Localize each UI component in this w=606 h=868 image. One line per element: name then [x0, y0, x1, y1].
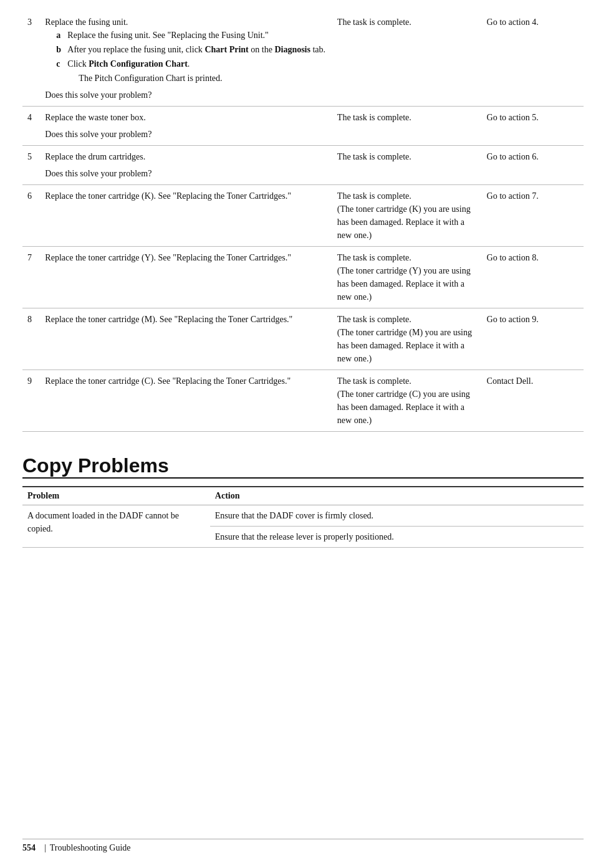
row-next-action: Go to action 4.: [482, 11, 584, 107]
table-row: 5Replace the drum cartridges.Does this s…: [22, 146, 584, 185]
row-description: Replace the toner cartridge (Y). See "Re…: [40, 247, 332, 308]
row-description: Replace the fusing unit.aReplace the fus…: [40, 11, 332, 107]
does-this-text: Does this solve your problem?: [45, 88, 327, 102]
table-row: 3Replace the fusing unit.aReplace the fu…: [22, 11, 584, 107]
row-result: The task is complete.: [332, 11, 482, 107]
row-description: Replace the toner cartridge (M). See "Re…: [40, 308, 332, 370]
row-result: The task is complete. (The toner cartrid…: [332, 247, 482, 308]
row-description: Replace the drum cartridges.Does this so…: [40, 146, 332, 185]
main-desc-text: Replace the waste toner box.: [45, 111, 327, 124]
bold-term: Pitch Configuration Chart: [89, 59, 188, 69]
main-desc-text: Replace the toner cartridge (Y). See "Re…: [45, 251, 327, 264]
bold-term: Diagnosis: [274, 45, 310, 54]
sub-steps-container: aReplace the fusing unit. See "Replacing…: [45, 29, 327, 85]
copy-problems-section: Copy Problems Problem Action A document …: [22, 454, 584, 548]
step-letter: c: [56, 57, 66, 70]
main-table: 3Replace the fusing unit.aReplace the fu…: [22, 11, 584, 432]
row-result: The task is complete. (The toner cartrid…: [332, 185, 482, 247]
row-result: The task is complete. (The toner cartrid…: [332, 370, 482, 432]
table-row: 8Replace the toner cartridge (M). See "R…: [22, 308, 584, 370]
row-number: 8: [22, 308, 40, 370]
row-result: The task is complete.: [332, 107, 482, 146]
sub-step-content: Click Pitch Configuration Chart.: [67, 57, 327, 70]
row-number: 5: [22, 146, 40, 185]
row-next-action: Contact Dell.: [482, 370, 584, 432]
row-next-action: Go to action 9.: [482, 308, 584, 370]
footer-separator: |: [44, 843, 46, 853]
row-result: The task is complete. (The toner cartrid…: [332, 308, 482, 370]
sub-step: The Pitch Configuration Chart is printed…: [56, 72, 327, 85]
footer-guide-title: Troubleshooting Guide: [50, 843, 131, 853]
does-this-text: Does this solve your problem?: [45, 167, 327, 180]
row-next-action: Go to action 7.: [482, 185, 584, 247]
row-next-action: Go to action 8.: [482, 247, 584, 308]
row-description: Replace the toner cartridge (K). See "Re…: [40, 185, 332, 247]
sub-step-content: After you replace the fusing unit, click…: [67, 43, 327, 56]
table-row: 6Replace the toner cartridge (K). See "R…: [22, 185, 584, 247]
cp-action-text: Ensure that the release lever is properl…: [210, 527, 584, 548]
copy-problems-title: Copy Problems: [22, 454, 584, 479]
footer-page-number: 554: [22, 843, 36, 853]
row-next-action: Go to action 6.: [482, 146, 584, 185]
row-description: Replace the waste toner box.Does this so…: [40, 107, 332, 146]
row-number: 7: [22, 247, 40, 308]
main-desc-text: Replace the drum cartridges.: [45, 150, 327, 163]
table-row: 7Replace the toner cartridge (Y). See "R…: [22, 247, 584, 308]
row-number: 4: [22, 107, 40, 146]
sub-step-content: Replace the fusing unit. See "Replacing …: [67, 29, 327, 42]
sub-step: aReplace the fusing unit. See "Replacing…: [56, 29, 327, 42]
page: 3Replace the fusing unit.aReplace the fu…: [0, 0, 606, 868]
main-desc-text: Replace the fusing unit.: [45, 16, 327, 29]
row-next-action: Go to action 5.: [482, 107, 584, 146]
sub-step-content: The Pitch Configuration Chart is printed…: [79, 72, 327, 85]
row-description: Replace the toner cartridge (C). See "Re…: [40, 370, 332, 432]
row-number: 6: [22, 185, 40, 247]
main-desc-text: Replace the toner cartridge (C). See "Re…: [45, 374, 327, 388]
row-result: The task is complete.: [332, 146, 482, 185]
cp-table-row: A document loaded in the DADF cannot be …: [22, 505, 584, 527]
table-row: 9Replace the toner cartridge (C). See "R…: [22, 370, 584, 432]
step-letter: a: [56, 29, 66, 42]
cp-header-action: Action: [210, 487, 584, 505]
step-letter: b: [56, 43, 66, 56]
table-row: 4Replace the waste toner box.Does this s…: [22, 107, 584, 146]
sub-step: bAfter you replace the fusing unit, clic…: [56, 43, 327, 56]
copy-problems-table: Problem Action A document loaded in the …: [22, 486, 584, 548]
main-desc-text: Replace the toner cartridge (K). See "Re…: [45, 189, 327, 203]
main-desc-text: Replace the toner cartridge (M). See "Re…: [45, 313, 327, 326]
row-number: 3: [22, 11, 40, 107]
cp-action-text: Ensure that the DADF cover is firmly clo…: [210, 505, 584, 527]
sub-step: cClick Pitch Configuration Chart.: [56, 57, 327, 70]
cp-problem-text: A document loaded in the DADF cannot be …: [22, 505, 210, 548]
cp-header-problem: Problem: [22, 487, 210, 505]
does-this-text: Does this solve your problem?: [45, 128, 327, 141]
footer: 554 | Troubleshooting Guide: [22, 839, 584, 853]
row-number: 9: [22, 370, 40, 432]
bold-term: Chart Print: [204, 45, 248, 54]
